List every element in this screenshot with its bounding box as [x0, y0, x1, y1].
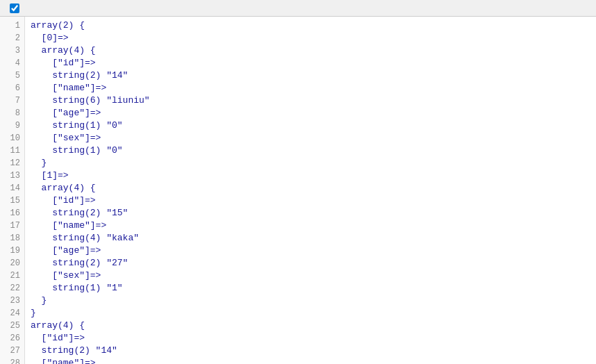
code-line: ["name"]=> [31, 357, 590, 364]
line-number: 17 [0, 220, 24, 232]
line-number: 4 [0, 57, 24, 69]
code-line: string(2) "27" [31, 257, 590, 270]
code-line: ["id"]=> [31, 332, 590, 345]
code-line: string(1) "1" [31, 282, 590, 295]
line-number: 2 [0, 32, 24, 44]
code-line: string(1) "0" [31, 119, 590, 132]
line-numbers: 1234567891011121314151617181920212223242… [0, 17, 25, 364]
code-line: array(4) { [31, 320, 590, 332]
line-number: 14 [0, 182, 24, 195]
line-number: 16 [0, 207, 24, 220]
code-line: [0]=> [31, 32, 590, 44]
line-number: 15 [0, 195, 24, 207]
line-number: 3 [0, 44, 24, 57]
line-number: 23 [0, 295, 24, 307]
code-line: ["id"]=> [31, 195, 590, 207]
line-number: 1 [0, 19, 24, 32]
code-line: array(4) { [31, 44, 590, 57]
line-number: 7 [0, 94, 24, 107]
line-number: 21 [0, 270, 24, 282]
line-number: 5 [0, 69, 24, 82]
line-number: 22 [0, 282, 24, 295]
code-line: ["age"]=> [31, 245, 590, 257]
code-line: string(2) "15" [31, 207, 590, 220]
line-number: 9 [0, 119, 24, 132]
code-line: string(6) "liuniu" [31, 94, 590, 107]
code-content: array(2) { [0]=> array(4) { ["id"]=> str… [25, 17, 596, 364]
line-number: 25 [0, 320, 24, 332]
line-number: 12 [0, 157, 24, 169]
line-number: 11 [0, 144, 24, 157]
line-number: 26 [0, 332, 24, 345]
code-line: string(4) "kaka" [31, 232, 590, 245]
code-line: array(4) { [31, 182, 590, 195]
line-number: 24 [0, 307, 24, 320]
code-line: } [31, 307, 590, 320]
code-line: array(2) { [31, 19, 590, 32]
code-line: ["name"]=> [31, 220, 590, 232]
code-line: string(2) "14" [31, 69, 590, 82]
line-number: 20 [0, 257, 24, 270]
header-bar [0, 0, 596, 17]
line-number: 10 [0, 132, 24, 144]
code-area: 1234567891011121314151617181920212223242… [0, 17, 596, 364]
code-line: ["sex"]=> [31, 132, 590, 144]
code-line: [1]=> [31, 169, 590, 182]
autowrap-checkbox[interactable] [10, 3, 19, 13]
code-line: ["id"]=> [31, 57, 590, 69]
code-line: } [31, 295, 590, 307]
line-number: 13 [0, 169, 24, 182]
line-number: 6 [0, 82, 24, 94]
line-number: 27 [0, 345, 24, 357]
code-line: ["age"]=> [31, 107, 590, 119]
line-number: 19 [0, 245, 24, 257]
line-number: 18 [0, 232, 24, 245]
code-line: ["sex"]=> [31, 270, 590, 282]
code-line: } [31, 157, 590, 169]
code-line: string(2) "14" [31, 345, 590, 357]
line-number: 28 [0, 357, 24, 364]
code-line: ["name"]=> [31, 82, 590, 94]
code-line: string(1) "0" [31, 144, 590, 157]
line-number: 8 [0, 107, 24, 119]
